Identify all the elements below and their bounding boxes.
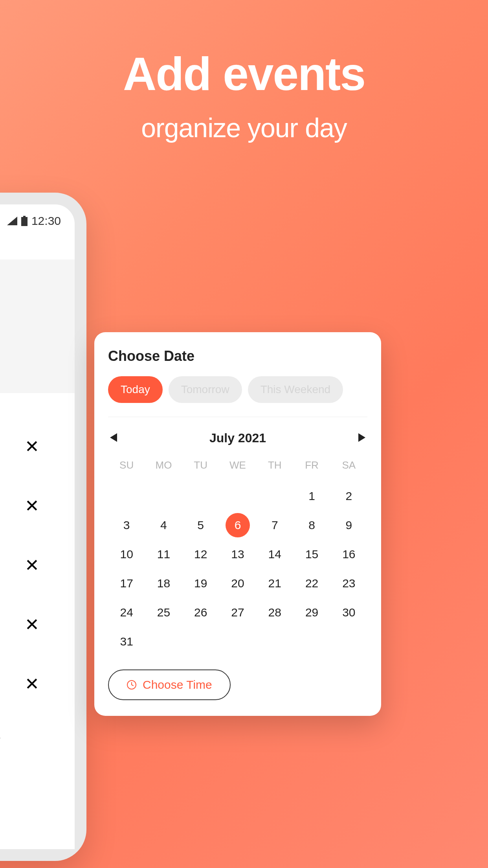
choose-time-label: Choose Time xyxy=(143,678,212,691)
day-cell[interactable]: 2 xyxy=(337,484,361,508)
quick-date-chips: Today Tomorrow This Weekend xyxy=(108,376,367,417)
day-cell[interactable]: 23 xyxy=(337,571,361,596)
close-icon[interactable]: ✕ xyxy=(0,654,39,714)
day-cell-empty xyxy=(226,484,250,508)
month-navigation: July 2021 xyxy=(108,431,367,445)
hero-section: Add events organize your day xyxy=(0,0,488,143)
battery-icon xyxy=(21,216,28,226)
day-cell-empty xyxy=(114,484,139,508)
chevron-down-icon[interactable]: ⌄ xyxy=(0,714,39,745)
prev-month-icon[interactable] xyxy=(110,433,117,443)
day-cell[interactable]: 4 xyxy=(151,513,176,537)
day-cell[interactable]: 30 xyxy=(337,600,361,625)
day-cell[interactable]: 25 xyxy=(151,600,176,625)
day-cell[interactable]: 10 xyxy=(114,542,139,566)
day-cell[interactable]: 26 xyxy=(189,600,213,625)
svg-rect-1 xyxy=(23,216,26,217)
day-cell[interactable]: 31 xyxy=(114,629,139,654)
day-cell[interactable]: 16 xyxy=(337,542,361,566)
day-cell[interactable]: 1 xyxy=(300,484,324,508)
hero-subtitle: organize your day xyxy=(0,112,488,143)
day-header: SA xyxy=(342,459,356,479)
close-icon[interactable]: ✕ xyxy=(0,535,39,595)
card-title: Choose Date xyxy=(108,348,367,364)
content-placeholder xyxy=(0,259,75,393)
clock-icon xyxy=(127,680,137,690)
phone-content: ✕ ✕ ✕ ✕ ✕ ⌄ /e xyxy=(0,252,75,849)
month-label: July 2021 xyxy=(209,431,266,445)
day-header: SU xyxy=(119,459,134,479)
close-icon[interactable]: ✕ xyxy=(0,595,39,654)
day-cell[interactable]: 22 xyxy=(300,571,324,596)
day-cell[interactable]: 5 xyxy=(189,513,213,537)
close-icon[interactable]: ✕ xyxy=(0,417,39,476)
day-cell[interactable]: 3 xyxy=(114,513,139,537)
day-cell[interactable]: 27 xyxy=(226,600,250,625)
choose-time-button[interactable]: Choose Time xyxy=(108,669,231,700)
day-cell[interactable]: 20 xyxy=(226,571,250,596)
day-cell[interactable]: 11 xyxy=(151,542,176,566)
day-cell-empty xyxy=(189,484,213,508)
day-cell-empty xyxy=(262,484,287,508)
day-header: FR xyxy=(305,459,319,479)
chip-weekend[interactable]: This Weekend xyxy=(248,376,343,403)
day-cell[interactable]: 13 xyxy=(226,542,250,566)
signal-icon xyxy=(7,217,17,225)
day-header: TH xyxy=(268,459,282,479)
day-cell[interactable]: 12 xyxy=(189,542,213,566)
list: ✕ ✕ ✕ ✕ ✕ ⌄ xyxy=(0,417,75,745)
date-picker-card: Choose Date Today Tomorrow This Weekend … xyxy=(94,332,381,716)
calendar-grid: SUMOTUWETHFRSA12345678910111213141516171… xyxy=(108,459,367,654)
day-cell[interactable]: 21 xyxy=(262,571,287,596)
hero-title: Add events xyxy=(0,47,488,101)
svg-rect-0 xyxy=(21,217,28,226)
close-icon[interactable]: ✕ xyxy=(0,476,39,535)
day-cell[interactable]: 8 xyxy=(300,513,324,537)
day-cell[interactable]: 17 xyxy=(114,571,139,596)
day-header: MO xyxy=(155,459,172,479)
day-cell[interactable]: 19 xyxy=(189,571,213,596)
chip-today[interactable]: Today xyxy=(108,376,163,403)
day-cell[interactable]: 6 xyxy=(226,513,250,537)
day-cell[interactable]: 18 xyxy=(151,571,176,596)
day-cell[interactable]: 24 xyxy=(114,600,139,625)
day-cell[interactable]: 15 xyxy=(300,542,324,566)
day-header: WE xyxy=(229,459,246,479)
day-cell[interactable]: 9 xyxy=(337,513,361,537)
status-bar: 12:30 xyxy=(7,214,61,228)
day-cell[interactable]: 29 xyxy=(300,600,324,625)
chip-tomorrow[interactable]: Tomorrow xyxy=(169,376,242,403)
day-cell-empty xyxy=(151,484,176,508)
next-month-icon[interactable] xyxy=(358,433,365,443)
status-time: 12:30 xyxy=(31,214,61,228)
day-cell[interactable]: 14 xyxy=(262,542,287,566)
day-header: TU xyxy=(194,459,207,479)
day-cell[interactable]: 7 xyxy=(262,513,287,537)
phone-frame: 12:30 ✕ ✕ ✕ ✕ ✕ ⌄ /e xyxy=(0,193,86,861)
day-cell[interactable]: 28 xyxy=(262,600,287,625)
